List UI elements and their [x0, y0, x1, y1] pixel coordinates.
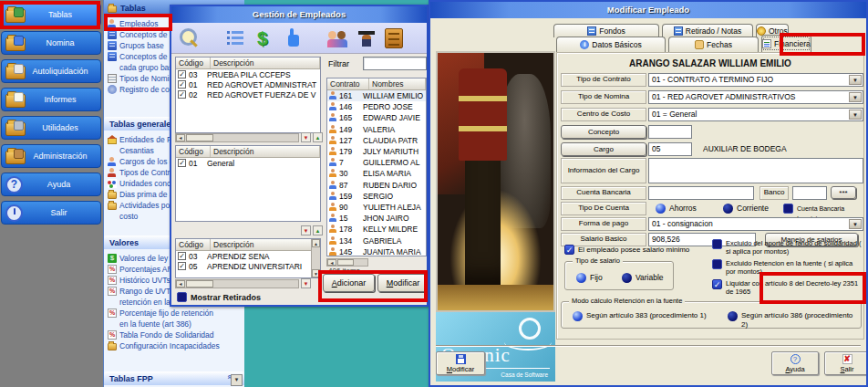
sidebar-item[interactable]: Nomina	[1, 31, 101, 55]
tree-item[interactable]: Porcentaje fijo de retención	[104, 308, 244, 319]
sort-icon[interactable]	[313, 225, 323, 235]
employee-row[interactable]: 90 YULIETH ALEJA	[327, 202, 426, 213]
art383-radio[interactable]: Según artículo 383 (procedimiento 1)	[573, 311, 707, 321]
mostrar-retirados-checkbox[interactable]	[177, 292, 187, 302]
scroll-up-arrow[interactable]: ▲	[312, 239, 320, 247]
mostrar-retirados-toggle[interactable]: Mostrar Retirados	[177, 292, 261, 302]
dollar-icon[interactable]	[253, 27, 275, 49]
checkbox-unchecked-icon[interactable]	[712, 239, 722, 249]
tree-item[interactable]: Configuración Incapacidades	[104, 340, 244, 351]
radio-off-icon[interactable]	[723, 204, 733, 214]
cuenta-bancaria-input[interactable]	[648, 186, 754, 200]
centro-costo-select[interactable]: 01 = General ▼	[648, 108, 863, 121]
col-descripcion[interactable]: Descripción	[211, 58, 320, 68]
employee-row[interactable]: 161 WILLIAM EMILIO	[327, 90, 426, 101]
radio-on-icon[interactable]	[573, 311, 583, 321]
scroll-left-arrow[interactable]: ◄	[176, 134, 185, 141]
modificar-save-button[interactable]: Modificar	[436, 351, 485, 375]
info-cargo-input[interactable]	[648, 158, 863, 183]
row-checkbox[interactable]	[178, 70, 186, 78]
h-scrollbar[interactable]: ◄	[326, 258, 368, 267]
list-icon[interactable]	[224, 27, 246, 49]
banco-lookup-button[interactable]: ***	[831, 186, 856, 199]
modificar-titlebar[interactable]: Modificar Empleado	[430, 2, 866, 18]
ayuda-button[interactable]: Ayuda	[771, 351, 819, 375]
variable-radio[interactable]: Variable	[622, 273, 664, 283]
dropdown-arrow-icon[interactable]: ▼	[849, 92, 862, 102]
sidebar-item[interactable]: Autoliquidación	[1, 59, 101, 83]
col-descripcion[interactable]: Descripción	[211, 146, 320, 157]
sidebar-item[interactable]: Salir	[1, 201, 101, 225]
sort-icon[interactable]	[301, 132, 311, 142]
employee-row[interactable]: 179 JULY MARIUTH	[327, 146, 426, 157]
employee-row[interactable]: 127 CLAUDIA PATR	[327, 135, 426, 146]
list-row[interactable]: 01 General	[176, 158, 320, 168]
employee-row[interactable]: 145 JUANITA MARIA	[327, 246, 426, 256]
checkbox-unchecked-icon[interactable]	[783, 204, 793, 214]
employee-row[interactable]: 30 ELISA MARIA	[327, 168, 426, 179]
salir-button[interactable]: Salir	[824, 351, 868, 375]
dropdown-arrow-icon[interactable]: ▼	[849, 75, 862, 85]
checkbox-checked-icon[interactable]	[712, 279, 722, 289]
h-scrollbar[interactable]: ◄	[175, 279, 299, 288]
adicionar-button[interactable]: Adicionar	[323, 274, 375, 292]
employee-row[interactable]: 15 JHON JAIRO	[327, 213, 426, 224]
search-icon[interactable]	[179, 27, 201, 49]
list-row[interactable]: 05 APRENDIZ UNIVERSITARI	[176, 261, 320, 271]
employee-row[interactable]: 7 GUILLERMO AL	[327, 157, 426, 168]
sidebar-item[interactable]: Ayuda	[1, 173, 101, 196]
concepto-input[interactable]	[648, 125, 692, 139]
corriente-radio[interactable]: Corriente	[723, 204, 769, 214]
list-row[interactable]: 02 RED AGROVET FUERZA DE V	[176, 89, 320, 99]
list-header[interactable]: Código Descripción	[176, 239, 320, 251]
radio-on-icon[interactable]	[576, 273, 586, 283]
filter-input[interactable]	[363, 57, 427, 70]
row-checkbox[interactable]	[178, 262, 186, 270]
employee-row[interactable]: 87 RUBEN DARIO	[327, 180, 426, 191]
col-contrato[interactable]: Contrato	[327, 78, 369, 89]
radio-off-icon[interactable]	[622, 273, 632, 283]
concepto-button[interactable]: Concepto	[561, 125, 646, 139]
row-checkbox[interactable]	[178, 252, 186, 260]
excluido-retencion-checkbox[interactable]: Excluido Retencion en la fuente ( si apl…	[712, 259, 862, 277]
row-checkbox[interactable]	[178, 80, 186, 89]
cargo-code-input[interactable]: 05	[648, 142, 692, 156]
row-checkbox[interactable]	[178, 90, 186, 99]
banco-input[interactable]	[792, 186, 827, 200]
row-checkbox[interactable]	[178, 159, 186, 167]
sort-icon[interactable]	[301, 278, 311, 288]
sidebar-item[interactable]: Informes	[1, 88, 101, 111]
scroll-left-arrow[interactable]: ◄	[176, 280, 185, 288]
h-scrollbar[interactable]: ◄	[175, 133, 299, 142]
cabinet-icon[interactable]	[385, 28, 403, 48]
tipo-nomina-select[interactable]: 01 - RED AGROVET ADMINISTRATIVOS ▼	[648, 90, 863, 104]
radio-off-icon[interactable]	[728, 311, 738, 321]
tree-item[interactable]: en la fuente (art 386)	[104, 319, 244, 329]
radio-on-icon[interactable]	[656, 204, 666, 214]
salario-minimo-checkbox[interactable]: El empleado posee salario minimo	[564, 245, 689, 255]
v-scrollbar[interactable]: ▲ ▼	[311, 239, 320, 277]
sort-icon[interactable]	[313, 132, 323, 142]
col-descripcion[interactable]: Descripción	[211, 239, 320, 250]
employee-row[interactable]: 159 SERGIO	[327, 191, 426, 202]
cargo-button[interactable]: Cargo	[561, 142, 646, 156]
sidebar-item[interactable]: Tablas	[1, 3, 101, 26]
col-codigo[interactable]: Código	[176, 239, 211, 250]
panel-group-header[interactable]: Tablas FPP «	[104, 371, 244, 385]
sidebar-item[interactable]: Administración	[1, 144, 101, 168]
scroll-down-arrow[interactable]: ▼	[312, 269, 320, 277]
excluido-fondo-checkbox[interactable]: Excluido del aporte de fondo de solidari…	[712, 239, 862, 256]
list-header[interactable]: Código Descripción	[176, 146, 320, 158]
people-icon[interactable]	[326, 27, 348, 49]
modificar-button[interactable]: Modificar	[377, 274, 429, 292]
employee-row[interactable]: 165 EDWARD JAVIE	[327, 112, 426, 123]
tab[interactable]: Retirado / Notas	[662, 24, 753, 37]
col-codigo[interactable]: Código	[176, 58, 211, 68]
tab[interactable]: Fondos	[553, 24, 659, 37]
gestion-titlebar[interactable]: Gestión de Empleados	[171, 6, 427, 23]
graduate-icon[interactable]	[356, 27, 377, 49]
dropdown-arrow-icon[interactable]: ▼	[849, 110, 862, 120]
checkbox-unchecked-icon[interactable]	[712, 259, 722, 269]
tipo-contrato-select[interactable]: 01 - CONTRATO A TERMINO FIJO ▼	[648, 73, 863, 87]
tab[interactable]: Datos Básicos	[556, 37, 666, 52]
